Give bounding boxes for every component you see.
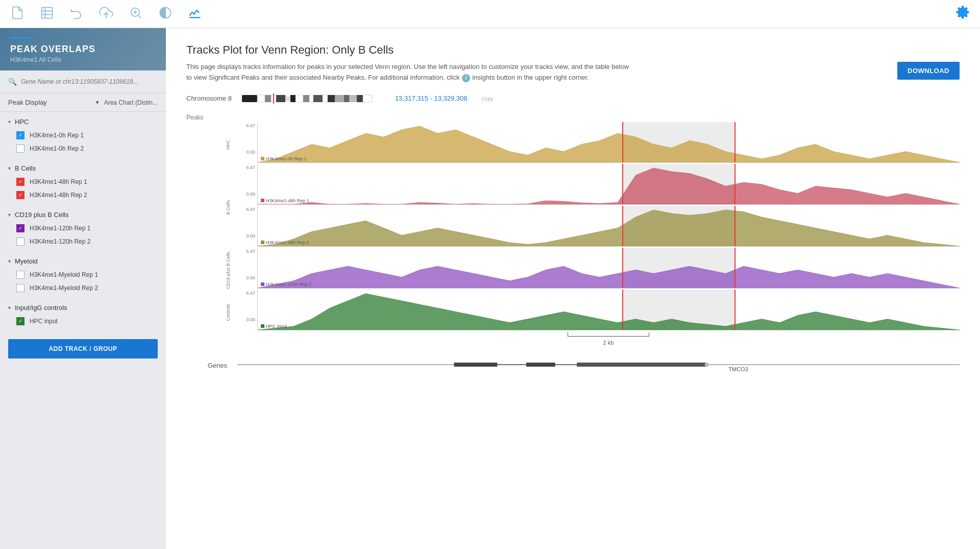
peak-display-value: Area Chart (Distin...: [104, 99, 158, 106]
checkbox-1-0[interactable]: ✓: [16, 178, 24, 186]
legend-color-1: [261, 199, 264, 202]
y-min-4: 0.00: [246, 317, 255, 322]
y-axis-labels: Peaks HPCB CellsCD19 plus B CellsControl…: [186, 114, 235, 333]
track-item-0-0[interactable]: ✓H3K4me1-0h Rep 1: [0, 129, 166, 142]
group-name-0: HPC: [15, 118, 29, 126]
svg-rect-53: [526, 363, 555, 367]
checkbox-3-1[interactable]: [16, 284, 24, 292]
gear-icon[interactable]: [955, 5, 970, 22]
search-area: 🔍: [0, 70, 166, 93]
group-header-3[interactable]: ▾Myeloid: [0, 254, 166, 268]
track-item-2-1[interactable]: H3K4me1-120h Rep 2: [0, 235, 166, 248]
side-label-group-2: CD19 plus B Cells: [186, 250, 235, 292]
track-label-1-1: H3K4me1-48h Rep 2: [30, 192, 87, 199]
chevron-down-icon[interactable]: ▼: [95, 100, 100, 105]
tracks-active-icon[interactable]: [188, 6, 202, 22]
group-header-2[interactable]: ▾CD19 plus B Cells: [0, 208, 166, 222]
track-row-4: 6.470.00HPC input: [235, 290, 960, 330]
group-header-0[interactable]: ▾HPC: [0, 115, 166, 129]
page-title: Tracks Plot for Venn Region: Only B Cell…: [186, 43, 960, 57]
chart-area-2: H3K4me1-48h Rep 2: [257, 206, 960, 247]
checkbox-0-0[interactable]: ✓: [16, 131, 24, 139]
side-label-text-1: B Cells: [226, 200, 231, 215]
checkbox-3-0[interactable]: [16, 271, 24, 279]
legend-color-0: [261, 157, 264, 160]
chart-svg-4: [258, 290, 960, 330]
y-min-0: 0.00: [246, 150, 255, 155]
svg-marker-32: [258, 126, 960, 162]
y-max-4: 6.47: [246, 291, 255, 296]
svg-rect-19: [296, 95, 303, 102]
track-group-3: ▾MyeloidH3K4me1-Myeloid Rep 1H3K4me1-Mye…: [0, 251, 166, 298]
checkbox-2-1[interactable]: [16, 237, 24, 246]
track-item-1-1[interactable]: ✓H3K4me1-48h Rep 2: [0, 188, 166, 202]
svg-rect-25: [335, 95, 344, 102]
chromosome-copy[interactable]: copy: [482, 96, 494, 102]
legend-text-3: H3K4me1-120h Rep 1: [266, 282, 312, 287]
bracket-line: [568, 332, 649, 337]
table-icon[interactable]: [40, 6, 54, 22]
track-item-2-0[interactable]: ✓H3K4me1-120h Rep 1: [0, 222, 166, 235]
checkbox-2-0[interactable]: ✓: [16, 224, 24, 232]
svg-rect-28: [357, 95, 363, 102]
genes-label: Genes: [186, 362, 232, 369]
search-zoom-icon[interactable]: [129, 6, 143, 22]
main-layout: PEAK OVERLAPS H3K4me1 All Cells 🔍 Peak D…: [0, 28, 980, 549]
svg-rect-22: [313, 95, 323, 102]
y-min-2: 0.00: [246, 233, 255, 238]
peaks-header-spacer: [235, 114, 960, 122]
sidebar-header: PEAK OVERLAPS H3K4me1 All Cells: [0, 28, 166, 70]
search-input[interactable]: [21, 78, 158, 85]
group-side-labels: HPCB CellsCD19 plus B CellsControls: [186, 124, 235, 333]
track-item-1-0[interactable]: ✓H3K4me1-48h Rep 1: [0, 175, 166, 188]
track-legend-3: H3K4me1-120h Rep 1: [261, 282, 312, 287]
track-item-0-1[interactable]: H3K4me1-0h Rep 2: [0, 142, 166, 155]
checkbox-1-1[interactable]: ✓: [16, 191, 24, 199]
side-label-text-3: Controls: [226, 304, 231, 321]
file-icon[interactable]: [10, 6, 24, 22]
genes-row: Genes TMCO3: [186, 357, 960, 374]
checkbox-0-1[interactable]: [16, 145, 24, 153]
svg-line-6: [138, 15, 141, 18]
tracks-wrapper: Peaks HPCB CellsCD19 plus B CellsControl…: [186, 114, 960, 347]
upload-icon[interactable]: [99, 6, 113, 22]
track-group-4: ▾Input/IgG controls✓HPC input: [0, 298, 166, 331]
checkbox-4-0[interactable]: ✓: [16, 317, 24, 325]
svg-marker-48: [258, 293, 960, 329]
track-item-4-0[interactable]: ✓HPC input: [0, 315, 166, 328]
contrast-icon[interactable]: [158, 6, 173, 22]
y-axis-3: 6.470.00: [235, 248, 257, 289]
accent-bar: [10, 37, 31, 39]
track-legend-2: H3K4me1-48h Rep 2: [261, 240, 309, 245]
track-row-0: 6.470.00H3K4me1-0h Rep 1: [235, 122, 960, 163]
svg-rect-20: [303, 95, 309, 102]
peak-display-row: Peak Display ▼ Area Chart (Distin...: [0, 93, 166, 112]
track-group-0: ▾HPC✓H3K4me1-0h Rep 1H3K4me1-0h Rep 2: [0, 112, 166, 158]
description-row: This page displays tracks information fo…: [186, 62, 960, 83]
undo-icon[interactable]: [69, 6, 84, 22]
track-item-3-0[interactable]: H3K4me1-Myeloid Rep 1: [0, 268, 166, 281]
chromosome-label: Chromosome 8: [186, 94, 232, 102]
svg-text:TMCO3: TMCO3: [728, 366, 748, 372]
info-icon[interactable]: i: [462, 74, 470, 82]
track-label-3-1: H3K4me1-Myeloid Rep 2: [30, 284, 98, 292]
group-header-1[interactable]: ▾B Cells: [0, 161, 166, 175]
genes-svg: TMCO3: [237, 357, 960, 372]
track-item-3-1[interactable]: H3K4me1-Myeloid Rep 2: [0, 281, 166, 295]
track-label-0-1: H3K4me1-0h Rep 2: [30, 145, 84, 152]
side-label-group-1: B Cells: [186, 166, 235, 250]
group-name-1: B Cells: [15, 164, 36, 172]
group-header-4[interactable]: ▾Input/IgG controls: [0, 301, 166, 315]
chart-svg-3: [258, 248, 960, 288]
group-name-4: Input/IgG controls: [15, 304, 67, 312]
add-track-button[interactable]: ADD TRACK / GROUP: [8, 339, 158, 359]
download-button[interactable]: DOWNLOAD: [897, 62, 960, 80]
side-label-text-0: HPC: [226, 140, 231, 150]
y-axis-0: 6.470.00: [235, 122, 257, 163]
track-label-3-0: H3K4me1-Myeloid Rep 1: [30, 271, 98, 278]
y-axis-2: 6.470.00: [235, 206, 257, 247]
group-chevron-0: ▾: [8, 119, 11, 125]
svg-rect-0: [42, 7, 53, 18]
group-name-3: Myeloid: [15, 257, 38, 265]
track-label-0-0: H3K4me1-0h Rep 1: [30, 132, 84, 139]
